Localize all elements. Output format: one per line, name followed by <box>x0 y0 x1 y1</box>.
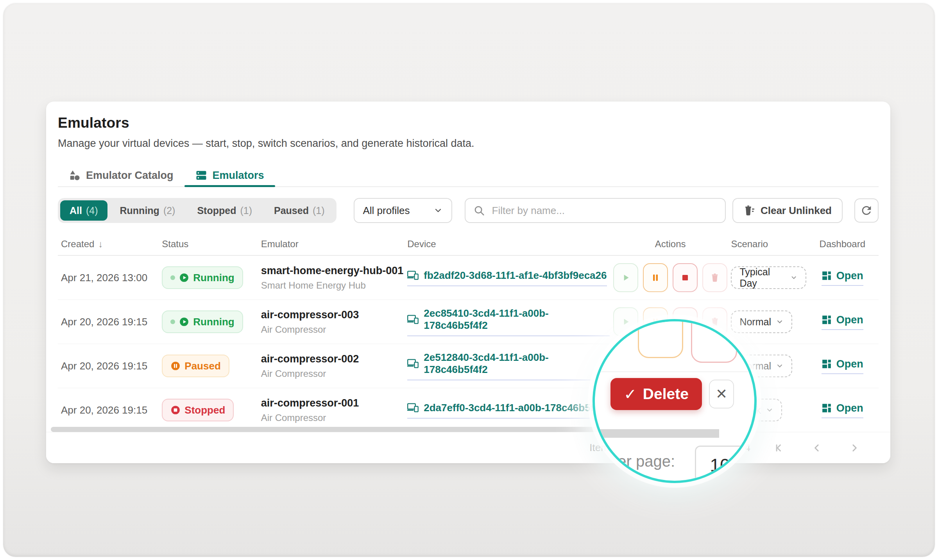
dashboard-cell: Open <box>806 358 879 374</box>
refresh-button[interactable] <box>854 198 879 223</box>
open-dashboard-link[interactable]: Open <box>822 402 863 418</box>
pagination-footer: Items per page: 10 4 of 4 <box>46 432 890 463</box>
dashboard-cell: Open <box>806 314 879 330</box>
tab-label: Emulators <box>213 169 264 182</box>
column-header-scenario: Scenario <box>731 239 806 250</box>
status-badge: Running <box>162 310 243 333</box>
scenario-value: Typical Day <box>739 266 786 289</box>
device-cell: 2da7eff0-3cd4-11f1-a00b-178c46b5f4f2 <box>407 402 610 419</box>
emulator-name: air-compressor-003 <box>261 309 408 321</box>
scenario-cell: Normal <box>731 310 806 333</box>
open-label: Open <box>836 358 863 370</box>
device-cell: 2ec85410-3cd4-11f1-a00b-178c46b5f4f2 <box>407 307 610 336</box>
dashboard-grid-icon <box>822 403 832 413</box>
confirm-delete-button[interactable]: ✓ Delete <box>610 378 702 410</box>
emulators-card: Emulators Manage your virtual devices — … <box>46 102 890 463</box>
page-title: Emulators <box>58 115 879 131</box>
device-link[interactable]: fb2adf20-3d68-11f1-af1e-4bf3bf9eca26 <box>407 269 607 286</box>
cancel-delete-button[interactable]: ✕ <box>709 380 734 408</box>
emulator-name: air-compressor-001 <box>261 397 408 409</box>
play-icon <box>621 273 631 283</box>
column-header-status: Status <box>162 239 261 250</box>
created-cell: Apr 21, 2026 13:00 <box>58 272 162 284</box>
emulator-type: Smart Home Energy Hub <box>261 280 408 291</box>
filter-chip-paused[interactable]: Paused (1) <box>265 200 334 221</box>
chip-count: (1) <box>240 205 252 216</box>
filter-chip-all[interactable]: All (4) <box>60 200 107 221</box>
chip-label: All <box>70 205 82 216</box>
column-header-created[interactable]: Created↓ <box>58 239 162 250</box>
play-button[interactable] <box>613 263 638 292</box>
device-icon <box>407 270 419 280</box>
chip-count: (4) <box>86 205 98 216</box>
pause-button[interactable] <box>643 263 668 292</box>
column-header-emulator: Emulator <box>261 239 408 250</box>
search-input[interactable] <box>491 204 717 217</box>
device-id: 2da7eff0-3cd4-11f1-a00b-178c46b5f4f2 <box>424 402 609 414</box>
chevron-left-icon <box>811 442 823 454</box>
profile-select-value: All profiles <box>363 205 410 217</box>
device-link[interactable]: 2da7eff0-3cd4-11f1-a00b-178c46b5f4f2 <box>407 402 609 419</box>
emulator-cell: air-compressor-001 Air Compressor <box>261 397 408 423</box>
device-id: 2e512840-3cd4-11f1-a00b-178c46b5f4f2 <box>424 351 610 376</box>
next-page-button[interactable] <box>846 439 863 457</box>
open-dashboard-link[interactable]: Open <box>822 270 863 286</box>
open-dashboard-link[interactable]: Open <box>822 358 863 374</box>
delete-button[interactable] <box>702 263 727 292</box>
trash-icon <box>710 317 720 327</box>
chevron-down-icon <box>433 206 443 215</box>
status-label: Running <box>193 272 234 284</box>
filter-chip-stopped[interactable]: Stopped (1) <box>188 200 261 221</box>
stop-button[interactable] <box>673 263 698 292</box>
scenario-select[interactable]: Typical Day <box>731 266 806 289</box>
chip-label: Paused <box>274 205 309 216</box>
chevron-down-icon <box>776 318 784 326</box>
first-page-icon <box>773 442 785 454</box>
row-divider <box>595 371 754 372</box>
status-label: Running <box>193 316 234 328</box>
screenshot-stage: Emulators Manage your virtual devices — … <box>0 0 938 560</box>
chip-count: (1) <box>313 205 325 216</box>
device-icon <box>407 403 419 413</box>
status-cell: Paused <box>162 355 261 377</box>
dashboard-cell: Open <box>806 270 879 286</box>
shapes-icon <box>69 169 81 181</box>
emulator-type: Air Compressor <box>261 368 408 379</box>
emulator-cell: air-compressor-002 Air Compressor <box>261 353 408 379</box>
stop-circle-icon <box>170 405 181 415</box>
chip-count: (2) <box>163 205 175 216</box>
device-id: 2ec85410-3cd4-11f1-a00b-178c46b5f4f2 <box>424 307 610 332</box>
device-link[interactable]: 2e512840-3cd4-11f1-a00b-178c46b5f4f2 <box>407 351 610 380</box>
previous-page-button[interactable] <box>808 439 825 457</box>
tab-bar: Emulator Catalog Emulators <box>58 164 879 187</box>
dashboard-cell: Open <box>806 402 879 418</box>
magnifier-bubble: ✓ Delete ✕ per page: 10 › <box>593 319 757 483</box>
chevron-right-icon <box>848 442 860 454</box>
tab-emulators[interactable]: Emulators <box>184 164 275 186</box>
device-link[interactable]: 2ec85410-3cd4-11f1-a00b-178c46b5f4f2 <box>407 307 610 336</box>
scrollbar-magnified <box>595 429 719 438</box>
stop-icon <box>680 273 690 283</box>
scenario-select[interactable]: Normal <box>731 310 792 333</box>
delete-label: Delete <box>643 385 689 403</box>
emulator-cell: air-compressor-003 Air Compressor <box>261 309 408 335</box>
tab-label: Emulator Catalog <box>86 169 174 182</box>
first-page-button[interactable] <box>771 439 788 457</box>
table-row: Apr 20, 2026 19:15 Running air-compresso… <box>58 300 879 344</box>
tab-emulator-catalog[interactable]: Emulator Catalog <box>58 164 184 186</box>
status-dot <box>170 319 175 324</box>
created-cell: Apr 20, 2026 19:15 <box>58 404 162 416</box>
column-header-actions: Actions <box>610 239 731 250</box>
page-subtitle: Manage your virtual devices — start, sto… <box>58 137 879 150</box>
device-id: fb2adf20-3d68-11f1-af1e-4bf3bf9eca26 <box>424 269 607 282</box>
filter-chip-running[interactable]: Running (2) <box>111 200 185 221</box>
dashboard-grid-icon <box>822 271 832 281</box>
scenario-cell: Typical Day <box>731 266 806 289</box>
open-dashboard-link[interactable]: Open <box>822 314 863 330</box>
trash-icon <box>710 273 720 283</box>
search-box <box>465 198 726 223</box>
clear-unlinked-button[interactable]: Clear Unlinked <box>732 198 843 223</box>
profile-select[interactable]: All profiles <box>354 198 452 223</box>
emulator-name: smart-home-energy-hub-001 <box>261 265 408 277</box>
search-icon <box>473 205 485 216</box>
